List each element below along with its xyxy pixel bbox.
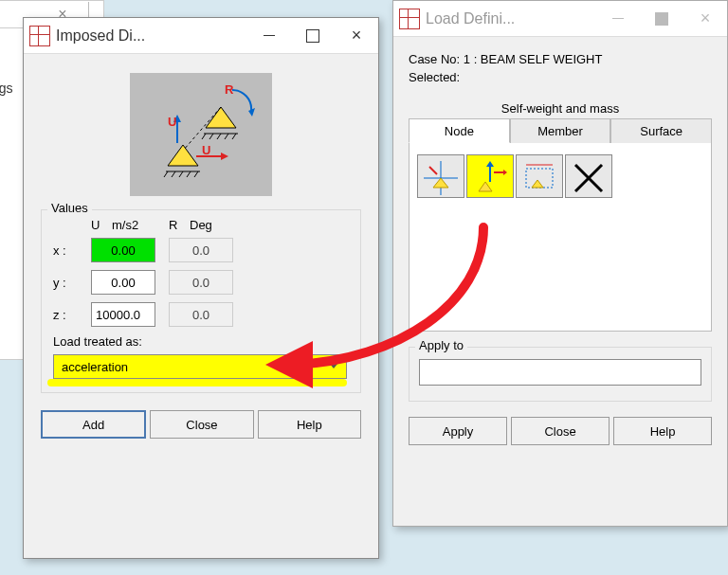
z-r-input — [169, 302, 233, 327]
svg-line-29 — [187, 171, 191, 177]
titlebar: Load Defini... × — [393, 1, 727, 37]
z-u-input[interactable] — [91, 302, 155, 327]
selected-label: Selected: — [409, 70, 712, 84]
svg-line-22 — [232, 134, 236, 139]
help-button[interactable]: Help — [258, 410, 361, 439]
bg-text-fragment: ngs — [0, 81, 13, 96]
case-label: Case No: 1 : BEAM SELF WEIGHT — [409, 52, 712, 66]
svg-line-26 — [164, 171, 168, 177]
tabset: Self-weight and mass Node Member Surface — [409, 118, 712, 332]
svg-line-21 — [225, 134, 228, 139]
load-type-icon-1[interactable] — [417, 154, 464, 198]
svg-line-28 — [179, 171, 183, 177]
column-headers: U m/s2 R Deg — [53, 218, 349, 232]
maximize-button[interactable] — [291, 18, 335, 53]
load-treated-value: acceleration — [62, 360, 128, 374]
load-type-icon-2[interactable] — [466, 154, 514, 198]
maximize-button[interactable] — [640, 1, 683, 36]
y-u-input[interactable] — [91, 270, 155, 295]
svg-marker-6 — [479, 182, 492, 191]
svg-marker-10 — [532, 180, 543, 188]
values-group-title: Values — [47, 201, 92, 215]
y-r-input — [169, 270, 233, 295]
load-definition-dialog: Load Defini... × Case No: 1 : BEAM SELF … — [392, 0, 728, 527]
apply-to-label: Apply to — [415, 338, 467, 352]
values-group: Values U m/s2 R Deg x : y : z : — [41, 209, 361, 393]
chevron-down-icon — [329, 363, 338, 368]
tab-member[interactable]: Member — [510, 118, 611, 143]
add-button[interactable]: Add — [41, 410, 146, 439]
svg-marker-8 — [503, 170, 507, 175]
help-button[interactable]: Help — [613, 417, 712, 445]
x-u-input[interactable] — [91, 238, 155, 262]
close-button[interactable]: × — [683, 1, 727, 36]
svg-marker-24 — [168, 145, 198, 166]
tab-surface[interactable]: Surface — [610, 118, 712, 143]
load-treated-combo[interactable]: acceleration — [53, 354, 347, 379]
svg-marker-5 — [486, 161, 494, 167]
app-icon — [399, 9, 420, 29]
window-title: Load Defini... — [426, 10, 596, 27]
tab-body — [409, 142, 712, 332]
svg-marker-2 — [433, 178, 448, 188]
x-label: x : — [53, 243, 78, 258]
svg-marker-35 — [221, 153, 228, 160]
svg-text:U: U — [202, 143, 210, 157]
apply-to-input[interactable] — [419, 359, 701, 386]
svg-line-27 — [172, 171, 175, 177]
load-type-icon-3[interactable] — [516, 154, 563, 198]
svg-line-30 — [194, 171, 198, 177]
load-treated-label: Load treated as: — [53, 334, 349, 349]
window-title: Imposed Di... — [56, 27, 247, 45]
close-button-footer[interactable]: Close — [150, 410, 253, 439]
titlebar: Imposed Di... × — [24, 18, 378, 54]
tab-node[interactable]: Node — [409, 118, 510, 143]
imposed-displacement-dialog: Imposed Di... × R — [23, 17, 379, 559]
apply-to-group: Apply to — [409, 347, 712, 402]
load-type-icon-4[interactable] — [565, 154, 612, 198]
svg-line-18 — [202, 134, 206, 139]
y-label: y : — [53, 276, 78, 290]
z-label: z : — [53, 308, 78, 322]
svg-line-20 — [217, 134, 221, 139]
minimize-button[interactable] — [596, 1, 640, 36]
highlight-annotation — [47, 379, 347, 386]
apply-button[interactable]: Apply — [409, 417, 507, 445]
svg-text:U: U — [168, 115, 176, 129]
app-icon — [29, 26, 50, 46]
x-r-input — [169, 238, 233, 262]
minimize-button[interactable] — [247, 18, 291, 53]
svg-marker-16 — [206, 107, 236, 128]
tabset-title: Self-weight and mass — [409, 101, 712, 116]
close-button[interactable]: × — [335, 18, 378, 53]
svg-line-19 — [209, 134, 213, 139]
svg-line-3 — [429, 167, 437, 174]
load-diagram: R U U — [130, 73, 272, 196]
close-button-footer[interactable]: Close — [511, 417, 610, 445]
